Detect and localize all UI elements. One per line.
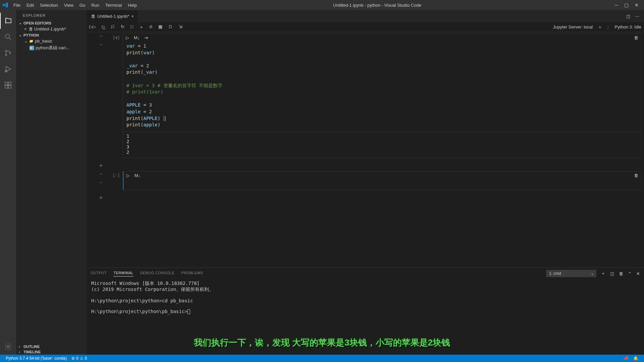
menu-help[interactable]: Help	[125, 1, 140, 9]
close-tab-icon[interactable]: ×	[131, 14, 134, 19]
notebook-toolbar: ▷▷ ▷̲ ▷̄ ↻ □ ＋ ⎚ ▦ 🗋 ⇲ Jupyter Server: l…	[87, 22, 644, 32]
code-editor[interactable]	[124, 179, 641, 190]
delete-cell-icon[interactable]: 🗑	[634, 173, 638, 178]
extensions-icon[interactable]	[0, 77, 16, 93]
panel-tab-problems[interactable]: PROBLEMS	[181, 271, 203, 277]
collapse-input-icon[interactable]: ⌃	[99, 35, 103, 40]
collapse-output-icon[interactable]: ⌄	[99, 41, 103, 46]
folder-item[interactable]: ⌄ 📁 pb_basic	[16, 38, 87, 44]
svg-point-9	[7, 346, 9, 348]
cell-body[interactable]: ▷M↓🗑	[123, 171, 641, 190]
new-terminal-icon[interactable]: ＋	[601, 270, 605, 277]
close-file-icon[interactable]: ×	[24, 26, 27, 32]
panel-tab-debug-console[interactable]: DEBUG CONSOLE	[140, 271, 174, 277]
workspace-section[interactable]: ⌄PYTHON	[16, 32, 87, 38]
maximize-panel-icon[interactable]: ⌃	[628, 271, 632, 276]
delete-cell-icon[interactable]: 🗑	[634, 35, 638, 40]
markdown-toggle-icon[interactable]: M↓	[134, 35, 140, 40]
more-actions-icon[interactable]: ⋯	[635, 14, 639, 19]
settings-gear-icon[interactable]	[0, 339, 16, 355]
panel-tab-output[interactable]: OUTPUT	[91, 271, 107, 277]
kernel-status[interactable]: Python 3: Idle	[615, 24, 642, 29]
execution-count: [4]	[113, 36, 123, 40]
run-cell-icon[interactable]: ▷	[126, 35, 129, 40]
sidebar: EXPLORER ⌄OPEN EDITORS × 📓 Untitled-1.ip…	[16, 10, 87, 355]
svg-rect-8	[8, 85, 11, 88]
chevron-right-icon: ›	[19, 350, 22, 354]
menu-selection[interactable]: Selection	[37, 1, 60, 9]
line-by-line-icon[interactable]: ⇥	[144, 35, 148, 40]
terminal-cursor	[187, 309, 190, 314]
add-cell-icon[interactable]: ＋	[139, 24, 144, 30]
trusted-icon[interactable]: ⟐	[599, 24, 601, 29]
run-cell-icon[interactable]: ▷	[126, 173, 130, 178]
run-below-icon[interactable]: ▷̄	[111, 24, 115, 30]
chevron-right-icon: ›	[19, 345, 22, 349]
chevron-down-icon: ⌄	[19, 33, 22, 37]
notebook-cell: ⌃⌄[4]▷M↓⇥🗑var = 1 print(var) _var = 2 pr…	[89, 34, 641, 158]
timeline-section[interactable]: ›TIMELINE	[16, 349, 87, 355]
restart-kernel-icon[interactable]: ↻	[121, 24, 124, 30]
minimize-button[interactable]: ─	[615, 2, 618, 8]
svg-rect-7	[5, 85, 8, 88]
collapse-input-icon[interactable]: ⌃	[99, 173, 103, 178]
menu-edit[interactable]: Edit	[24, 1, 37, 9]
search-icon[interactable]	[0, 29, 16, 45]
variables-icon[interactable]: ▦	[158, 24, 162, 30]
panel-tab-terminal[interactable]: TERMINAL	[113, 271, 133, 277]
interrupt-kernel-icon[interactable]: □	[130, 24, 133, 30]
menu-file[interactable]: File	[11, 1, 23, 9]
open-editors-section[interactable]: ⌄OPEN EDITORS	[16, 20, 87, 26]
save-icon[interactable]: 🗋	[168, 24, 173, 30]
chevron-down-icon: ⌄	[24, 39, 28, 44]
run-debug-icon[interactable]	[0, 61, 16, 77]
outline-section[interactable]: ›OUTLINE	[16, 344, 87, 349]
close-button[interactable]: ✕	[635, 2, 639, 8]
terminal-selector[interactable]: 1: cmd⌄	[546, 270, 596, 277]
clear-outputs-icon[interactable]: ⎚	[150, 24, 152, 30]
file-item[interactable]: M↓ python基础-vari...	[16, 44, 87, 52]
svg-point-1	[5, 50, 7, 52]
menu-run[interactable]: Run	[89, 1, 102, 9]
add-cell-below-icon[interactable]: ＋	[89, 191, 113, 203]
chevron-down-icon: ⌄	[19, 21, 22, 25]
menu-bar: FileEditSelectionViewGoRunTerminalHelp	[11, 1, 140, 9]
split-editor-icon[interactable]: ◫	[626, 14, 630, 19]
open-editor-file[interactable]: × 📓 Untitled-1.ipynb*	[16, 26, 87, 32]
add-cell-below-icon[interactable]: ＋	[89, 159, 113, 171]
svg-point-3	[9, 52, 11, 54]
problems-status[interactable]: ⊘0 ⚠0	[69, 356, 89, 361]
explorer-icon[interactable]	[0, 13, 16, 29]
export-icon[interactable]: ⇲	[179, 24, 182, 30]
split-terminal-icon[interactable]: ◫	[610, 271, 614, 276]
maximize-button[interactable]: ▢	[624, 2, 629, 8]
notebook-cell: ⌃⌄[-]▷M↓🗑	[89, 171, 641, 190]
python-interpreter-status[interactable]: Python 3.7.4 64-bit ('base': conda)	[3, 356, 69, 361]
video-subtitle: 我们执行一下，诶，发现 大写的苹果是3块钱，小写的苹果是2块钱	[194, 337, 450, 349]
kill-terminal-icon[interactable]: 🗑	[619, 271, 623, 276]
chevron-down-icon: ⌄	[591, 271, 594, 276]
menu-view[interactable]: View	[61, 1, 76, 9]
close-panel-icon[interactable]: ✕	[636, 271, 640, 276]
status-bar: Python 3.7.4 64-bit ('base': conda) ⊘0 ⚠…	[0, 355, 644, 362]
cell-body[interactable]: ▷M↓⇥🗑var = 1 print(var) _var = 2 print(_…	[123, 34, 641, 158]
notebook-body[interactable]: ⌃⌄[4]▷M↓⇥🗑var = 1 print(var) _var = 2 pr…	[87, 32, 644, 267]
feedback-icon[interactable]: 📣	[621, 356, 631, 361]
code-editor[interactable]: var = 1 print(var) _var = 2 print(_var) …	[123, 42, 641, 131]
window-controls: ─ ▢ ✕	[615, 2, 641, 8]
run-all-icon[interactable]: ▷▷	[89, 24, 96, 30]
window-title: Untitled-1.ipynb - python - Visual Studi…	[140, 3, 615, 8]
menu-go[interactable]: Go	[77, 1, 88, 9]
collapse-output-icon[interactable]: ⌄	[99, 179, 103, 184]
svg-point-2	[5, 54, 7, 56]
jupyter-server-status[interactable]: Jupyter Server: local	[553, 24, 593, 29]
notifications-icon[interactable]: 🔔	[631, 356, 641, 361]
source-control-icon[interactable]	[0, 45, 16, 61]
tab-notebook[interactable]: 📓 Untitled-1.ipynb* ×	[87, 10, 138, 22]
folder-icon: 📁	[29, 39, 34, 44]
run-above-icon[interactable]: ▷̲	[102, 24, 105, 30]
menu-terminal[interactable]: Terminal	[103, 1, 124, 9]
svg-point-0	[5, 34, 9, 38]
titlebar: FileEditSelectionViewGoRunTerminalHelp U…	[0, 0, 644, 10]
markdown-toggle-icon[interactable]: M↓	[135, 173, 140, 178]
